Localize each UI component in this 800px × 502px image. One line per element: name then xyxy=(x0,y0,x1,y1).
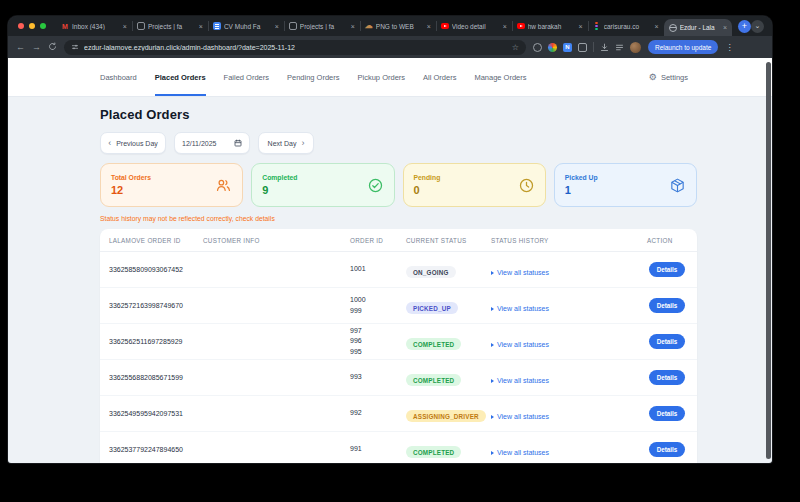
reload-button[interactable] xyxy=(48,42,57,53)
calendar-icon xyxy=(234,139,242,147)
relaunch-to-update-button[interactable]: Relaunch to update xyxy=(648,40,718,54)
tab-close-icon[interactable]: × xyxy=(655,23,659,30)
order-ids: 991 xyxy=(350,444,406,455)
reading-list-icon[interactable] xyxy=(615,43,624,52)
next-day-button[interactable]: Next Day › xyxy=(258,132,314,154)
order-ids: 1001 xyxy=(350,264,406,275)
nav-item-manage-orders[interactable]: Manage Orders xyxy=(474,58,526,96)
url-text: ezdur-lalamove.ezydurian.click/admin-das… xyxy=(84,44,507,51)
view-all-statuses-link[interactable]: View all statuses xyxy=(491,305,549,312)
next-day-label: Next Day xyxy=(268,140,297,147)
tab-close-icon[interactable]: × xyxy=(123,23,127,30)
toolbar-divider xyxy=(593,42,594,52)
tab-close-icon[interactable]: × xyxy=(351,23,355,30)
tab-title: Projects | fa xyxy=(148,23,196,30)
address-bar[interactable]: ezdur-lalamove.ezydurian.click/admin-das… xyxy=(64,40,526,55)
status-badge: ON_GOING xyxy=(406,266,456,278)
browser-toolbar: ← → ezdur-lalamove.ezydurian.click/admin… xyxy=(8,36,772,58)
details-button[interactable]: Details xyxy=(649,262,685,277)
nav-item-pending-orders[interactable]: Pending Orders xyxy=(287,58,340,96)
site-info-icon[interactable] xyxy=(71,43,79,51)
settings-label: Settings xyxy=(661,73,688,82)
triangle-right-icon xyxy=(491,415,494,419)
cloud-icon: ☁ xyxy=(365,22,373,30)
minimize-window-button[interactable] xyxy=(29,23,35,29)
browser-tab[interactable]: Projects | fa× xyxy=(284,16,360,36)
page-scrollbar[interactable] xyxy=(766,62,771,459)
page-title: Placed Orders xyxy=(100,107,697,122)
view-all-statuses-link[interactable]: View all statuses xyxy=(491,341,549,348)
globe-icon xyxy=(669,24,677,32)
nav-item-placed-orders[interactable]: Placed Orders xyxy=(155,58,206,96)
new-tab-button[interactable]: + xyxy=(738,20,751,33)
browser-tab-bar: MInbox (434)×Projects | fa×CV Muhd Fa×Pr… xyxy=(8,16,772,36)
card-value: 1 xyxy=(565,184,598,196)
pending-card: Pending 0 xyxy=(403,163,546,207)
downloads-icon[interactable] xyxy=(600,43,609,52)
view-all-statuses-link[interactable]: View all statuses xyxy=(491,269,549,276)
extension-icon[interactable] xyxy=(548,43,557,52)
tab-search-button[interactable]: ⌄ xyxy=(751,20,764,33)
figma-icon xyxy=(593,22,601,30)
triangle-right-icon xyxy=(491,307,494,311)
table-row: 3362537792247894650991COMPLETEDView all … xyxy=(100,432,697,463)
tab-close-icon[interactable]: × xyxy=(275,23,279,30)
close-window-button[interactable] xyxy=(18,23,24,29)
lalamove-order-id: 3362556882085671599 xyxy=(109,374,203,381)
view-all-statuses-label: View all statuses xyxy=(497,413,549,420)
browser-tab[interactable]: CV Muhd Fa× xyxy=(208,16,284,36)
extension-icon[interactable]: N xyxy=(563,43,572,52)
orders-table: LALAMOVE ORDER ID CUSTOMER INFO ORDER ID… xyxy=(100,229,697,463)
tab-close-icon[interactable]: × xyxy=(723,24,727,31)
triangle-right-icon xyxy=(491,451,494,455)
table-row: 33625721639987496701000999PICKED_UPView … xyxy=(100,288,697,324)
tab-close-icon[interactable]: × xyxy=(427,23,431,30)
details-button[interactable]: Details xyxy=(649,298,685,313)
browser-tab[interactable]: Ezdur - Lala× xyxy=(664,19,732,36)
col-header: LALAMOVE ORDER ID xyxy=(109,237,203,244)
profile-avatar[interactable] xyxy=(630,42,641,53)
tab-title: carisurau.co xyxy=(604,23,652,30)
bookmark-star-icon[interactable]: ☆ xyxy=(512,43,519,52)
browser-tab[interactable]: Video detail× xyxy=(436,16,512,36)
view-all-statuses-link[interactable]: View all statuses xyxy=(491,377,549,384)
browser-tab[interactable]: Projects | fa× xyxy=(132,16,208,36)
browser-tab[interactable]: ☁PNG to WEB× xyxy=(360,16,436,36)
extension-icon[interactable] xyxy=(533,43,542,52)
nav-item-all-orders[interactable]: All Orders xyxy=(423,58,456,96)
generic-site-icon xyxy=(137,22,145,30)
zoom-window-button[interactable] xyxy=(40,23,46,29)
card-value: 0 xyxy=(414,184,441,196)
tab-close-icon[interactable]: × xyxy=(579,23,583,30)
date-input[interactable]: 12/11/2025 xyxy=(174,132,250,154)
nav-item-pickup-orders[interactable]: Pickup Orders xyxy=(358,58,406,96)
date-controls: ‹ Previous Day 12/11/2025 Next Day › xyxy=(100,132,697,154)
tab-close-icon[interactable]: × xyxy=(199,23,203,30)
status-badge: ASSIGNING_DRIVER xyxy=(406,410,486,422)
gear-icon: ⚙ xyxy=(649,73,657,82)
details-button[interactable]: Details xyxy=(649,406,685,421)
settings-button[interactable]: ⚙ Settings xyxy=(649,58,688,96)
summary-cards: Total Orders 12 Completed 9 xyxy=(100,163,697,207)
browser-tab[interactable]: hw barakah× xyxy=(512,16,588,36)
details-button[interactable]: Details xyxy=(649,334,685,349)
previous-day-button[interactable]: ‹ Previous Day xyxy=(100,132,166,154)
browser-tab[interactable]: MInbox (434)× xyxy=(56,16,132,36)
browser-menu-icon[interactable]: ⋮ xyxy=(725,43,733,52)
tab-title: Inbox (434) xyxy=(72,23,120,30)
nav-item-dashboard[interactable]: Dashboard xyxy=(100,58,137,96)
browser-tab[interactable]: carisurau.co× xyxy=(588,16,664,36)
back-button[interactable]: ← xyxy=(16,43,25,52)
view-all-statuses-label: View all statuses xyxy=(497,377,549,384)
tab-close-icon[interactable]: × xyxy=(503,23,507,30)
forward-button[interactable]: → xyxy=(32,43,41,52)
view-all-statuses-link[interactable]: View all statuses xyxy=(491,413,549,420)
details-button[interactable]: Details xyxy=(649,370,685,385)
triangle-right-icon xyxy=(491,379,494,383)
nav-item-failed-orders[interactable]: Failed Orders xyxy=(224,58,269,96)
details-button[interactable]: Details xyxy=(649,442,685,457)
lalamove-order-id: 3362572163998749670 xyxy=(109,302,203,309)
view-all-statuses-link[interactable]: View all statuses xyxy=(491,449,549,456)
extensions-menu-icon[interactable] xyxy=(578,43,587,52)
triangle-right-icon xyxy=(491,343,494,347)
